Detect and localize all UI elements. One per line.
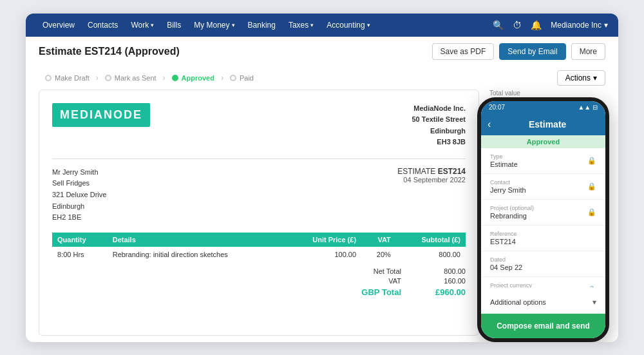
more-button[interactable]: More xyxy=(571,43,605,60)
phone-status-bar: 20:07 ▲▲ ⊟ xyxy=(481,101,605,113)
company-logo: MEDIANODE xyxy=(52,103,150,127)
chevron-down-icon: ▾ xyxy=(592,298,596,307)
col-quantity: Quantity xyxy=(52,233,108,247)
nav-accounting[interactable]: Accounting ▾ xyxy=(320,14,376,37)
back-icon[interactable]: ‹ xyxy=(488,119,491,130)
dated-value: 04 Sep 22 xyxy=(490,264,596,271)
billing-address: Mr Jerry Smith Sell Fridges 321 Deluxe D… xyxy=(52,167,106,224)
additional-options-label: Additional options xyxy=(490,298,546,306)
lock-icon: 🔒 xyxy=(587,182,596,191)
bell-icon[interactable]: 🔔 xyxy=(531,20,542,30)
nav-contacts[interactable]: Contacts xyxy=(81,14,124,37)
company-selector[interactable]: Medianode Inc ▾ xyxy=(551,21,608,30)
estimate-title: ESTIMATE EST214 04 September 2022 xyxy=(397,167,466,184)
item-details: Rebranding: initial direction sketches xyxy=(108,247,285,262)
table-row: 8:00 Hrs Rebranding: initial direction s… xyxy=(52,247,466,262)
phone-body: Type Estimate 🔒 Contact Jerry Smith 🔒 Pr… xyxy=(481,148,605,287)
net-total-label: Net Total xyxy=(374,267,401,275)
chevron-down-icon: ▾ xyxy=(367,22,370,28)
billing-name: Mr Jerry Smith xyxy=(52,167,106,178)
phone-time: 20:07 xyxy=(489,104,505,111)
billing-line2: 321 Deluxe Drive xyxy=(52,189,106,201)
company-city: Edinburgh xyxy=(412,126,466,137)
billing-city: Edinburgh xyxy=(52,201,106,213)
invoice-table: Quantity Details Unit Price (£) VAT Subt… xyxy=(52,233,466,262)
gbp-total-value: £960.00 xyxy=(427,287,466,297)
phone-field-project: Project (optional) Rebranding 🔒 xyxy=(481,200,605,225)
main-container: Overview Contacts Work ▾ Bills My Money … xyxy=(26,14,618,342)
chevron-down-icon: ▾ xyxy=(604,21,608,30)
company-name: MediaNode Inc. xyxy=(412,103,466,115)
dated-label: Dated xyxy=(490,256,596,263)
item-unit-price: 100.00 xyxy=(285,247,362,262)
nav-work[interactable]: Work ▾ xyxy=(124,14,160,37)
company-postcode: EH3 8JB xyxy=(412,137,466,148)
status-dot xyxy=(105,75,111,81)
phone-header: ‹ Estimate xyxy=(481,113,605,135)
net-total-value: 800.00 xyxy=(427,267,466,275)
total-label: Total value xyxy=(489,90,605,97)
status-bar: Make Draft › Mark as Sent › Approved › P… xyxy=(26,66,618,90)
net-total-row: Net Total 800.00 xyxy=(52,267,466,275)
gbp-total-label: GBP Total xyxy=(361,287,401,297)
item-vat: 20% xyxy=(361,247,396,262)
compose-email-button[interactable]: Compose email and send xyxy=(481,314,605,338)
nav-overview[interactable]: Overview xyxy=(36,14,81,37)
status-mark-sent[interactable]: Mark as Sent xyxy=(99,72,163,84)
divider xyxy=(52,158,466,159)
status-paid[interactable]: Paid xyxy=(223,72,260,84)
currency-label: Project currency xyxy=(490,282,587,287)
lock-icon: 🔒 xyxy=(587,157,596,165)
invoice-header-row: MEDIANODE MediaNode Inc. 50 Textile Stre… xyxy=(52,103,466,148)
page-title: Estimate EST214 (Approved) xyxy=(39,46,180,57)
type-label: Type xyxy=(490,153,587,160)
help-icon[interactable]: ⏱ xyxy=(513,20,522,30)
totals-section: Net Total 800.00 VAT 160.00 GBP Total £9… xyxy=(52,267,466,297)
phone-mockup: 20:07 ▲▲ ⊟ ‹ Estimate Approved Type Esti… xyxy=(477,97,609,342)
status-dot xyxy=(45,75,52,81)
vat-label: VAT xyxy=(388,277,401,285)
phone-field-currency: Project currency GBP 🔒 xyxy=(481,277,605,287)
col-subtotal: Subtotal (£) xyxy=(396,233,466,247)
gbp-total-row: GBP Total £960.00 xyxy=(52,287,466,297)
reference-label: Reference xyxy=(490,231,596,237)
search-icon[interactable]: 🔍 xyxy=(493,20,504,30)
status-dot xyxy=(172,75,178,81)
status-make-draft[interactable]: Make Draft xyxy=(39,72,96,84)
status-approved[interactable]: Approved xyxy=(166,72,221,84)
chevron-down-icon: ▾ xyxy=(151,22,154,28)
status-dot xyxy=(230,75,236,81)
reference-value: EST214 xyxy=(490,238,596,245)
chevron-down-icon: ▾ xyxy=(593,73,597,82)
phone-field-type: Type Estimate 🔒 xyxy=(481,148,605,174)
chevron-down-icon: ▾ xyxy=(310,22,314,28)
additional-options-row[interactable]: Additional options ▾ xyxy=(481,291,605,314)
type-value: Estimate xyxy=(490,160,587,168)
billing-estimate-row: Mr Jerry Smith Sell Fridges 321 Deluxe D… xyxy=(52,167,466,224)
billing-line1: Sell Fridges xyxy=(52,178,106,189)
company-info: MediaNode Inc. 50 Textile Street Edinbur… xyxy=(412,103,466,148)
actions-button[interactable]: Actions ▾ xyxy=(557,70,605,86)
save-pdf-button[interactable]: Save as PDF xyxy=(432,43,495,60)
nav-bills[interactable]: Bills xyxy=(160,14,187,37)
top-nav: Overview Contacts Work ▾ Bills My Money … xyxy=(26,14,618,37)
vat-value: 160.00 xyxy=(427,277,466,285)
billing-postcode: EH2 1BE xyxy=(52,212,106,224)
vat-row: VAT 160.00 xyxy=(52,277,466,285)
header-actions: Save as PDF Send by Email More xyxy=(432,43,605,60)
company-address: 50 Textile Street xyxy=(412,114,466,126)
chevron-down-icon: ▾ xyxy=(232,22,235,28)
send-email-button[interactable]: Send by Email xyxy=(499,43,565,60)
item-quantity: 8:00 Hrs xyxy=(52,247,108,262)
project-label: Project (optional) xyxy=(490,205,587,211)
phone-field-dated: Dated 04 Sep 22 xyxy=(481,251,605,277)
item-subtotal: 800.00 xyxy=(396,247,466,262)
nav-taxes[interactable]: Taxes ▾ xyxy=(282,14,320,37)
invoice-document: MEDIANODE MediaNode Inc. 50 Textile Stre… xyxy=(39,90,479,336)
phone-screen-title: Estimate xyxy=(496,119,599,130)
col-vat: VAT xyxy=(361,233,396,247)
nav-banking[interactable]: Banking xyxy=(242,14,282,37)
nav-mymoney[interactable]: My Money ▾ xyxy=(187,14,241,37)
project-value: Rebranding xyxy=(490,212,587,220)
col-unit-price: Unit Price (£) xyxy=(285,233,362,247)
